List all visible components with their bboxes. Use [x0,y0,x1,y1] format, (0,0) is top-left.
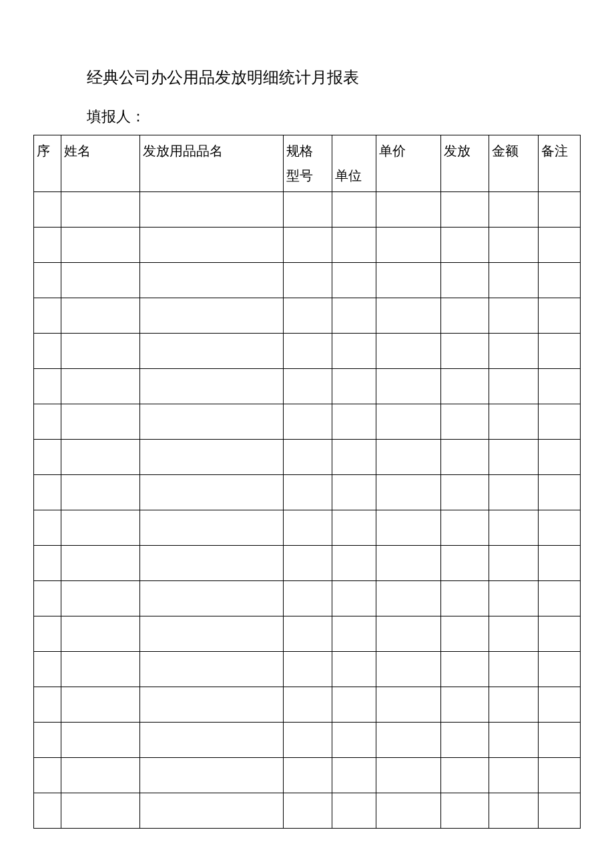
table-row [34,404,581,440]
cell-amount [489,793,539,829]
cell-name [61,475,139,510]
header-seq: 序 [34,135,61,192]
cell-amount [489,298,539,334]
header-unit: 单位 [332,160,376,192]
cell-amount [489,723,539,758]
cell-spec [283,793,332,829]
table-body [34,192,581,829]
cell-remark [538,616,580,652]
cell-unit [332,793,376,829]
cell-name [61,687,139,723]
cell-spec [283,758,332,793]
cell-unit [332,334,376,369]
table-row [34,298,581,334]
cell-seq [34,652,61,687]
cell-remark [538,546,580,581]
cell-item [139,687,283,723]
cell-price [376,228,441,263]
cell-item [139,581,283,616]
header-amount: 金额 [489,135,539,192]
cell-seq [34,475,61,510]
cell-seq [34,298,61,334]
cell-qty [441,581,489,616]
cell-price [376,546,441,581]
cell-item [139,793,283,829]
cell-seq [34,510,61,546]
cell-item [139,475,283,510]
cell-qty [441,758,489,793]
cell-name [61,334,139,369]
cell-name [61,298,139,334]
cell-unit [332,192,376,228]
cell-name [61,228,139,263]
cell-name [61,369,139,404]
cell-item [139,298,283,334]
cell-spec [283,298,332,334]
cell-unit [332,652,376,687]
header-unit-empty [332,135,376,161]
page-title: 经典公司办公用品发放明细统计月报表 [87,67,581,88]
cell-amount [489,652,539,687]
cell-unit [332,723,376,758]
cell-amount [489,404,539,440]
reporter-label: 填报人： [87,107,581,127]
header-qty: 发放 [441,135,489,192]
cell-remark [538,228,580,263]
table-row [34,192,581,228]
cell-name [61,404,139,440]
cell-seq [34,404,61,440]
cell-spec [283,404,332,440]
cell-item [139,652,283,687]
cell-remark [538,334,580,369]
cell-spec [283,687,332,723]
cell-seq [34,723,61,758]
cell-remark [538,192,580,228]
cell-qty [441,652,489,687]
cell-amount [489,687,539,723]
table-row [34,546,581,581]
supplies-table: 序 姓名 发放用品品名 规格 单价 发放 金额 备注 型号 单位 [33,135,581,829]
cell-item [139,510,283,546]
cell-spec [283,652,332,687]
cell-qty [441,793,489,829]
cell-seq [34,616,61,652]
cell-spec [283,723,332,758]
cell-amount [489,758,539,793]
cell-spec [283,369,332,404]
cell-remark [538,723,580,758]
cell-item [139,228,283,263]
cell-price [376,298,441,334]
cell-seq [34,440,61,475]
cell-spec [283,263,332,298]
cell-seq [34,758,61,793]
cell-qty [441,616,489,652]
cell-qty [441,228,489,263]
table-row [34,723,581,758]
cell-name [61,192,139,228]
cell-remark [538,263,580,298]
cell-seq [34,334,61,369]
cell-name [61,723,139,758]
cell-remark [538,404,580,440]
cell-remark [538,793,580,829]
cell-item [139,404,283,440]
cell-unit [332,546,376,581]
cell-name [61,793,139,829]
cell-remark [538,369,580,404]
table-row [34,687,581,723]
header-price: 单价 [376,135,441,192]
cell-unit [332,616,376,652]
cell-price [376,440,441,475]
cell-price [376,652,441,687]
cell-unit [332,510,376,546]
cell-spec [283,334,332,369]
cell-amount [489,334,539,369]
table-row [34,510,581,546]
cell-price [376,334,441,369]
table-row [34,793,581,829]
table-row [34,369,581,404]
cell-seq [34,793,61,829]
cell-remark [538,440,580,475]
cell-item [139,440,283,475]
page-container: 经典公司办公用品发放明细统计月报表 填报人： 序 姓名 发放用品品名 规格 单价… [0,0,614,862]
